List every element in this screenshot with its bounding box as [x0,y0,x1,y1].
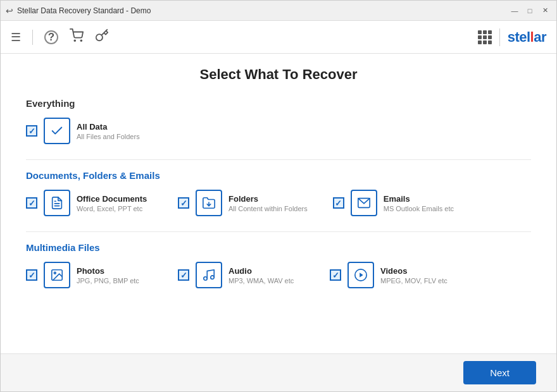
menu-bar: ☰ ? stellar [1,21,556,54]
minimize-button[interactable]: — [508,4,521,17]
videos-icon-box [347,262,374,288]
audio-text: Audio MP3, WMA, WAV etc [228,266,294,285]
checkbox-office-documents[interactable]: ✓ [26,197,37,209]
check-icon: ✓ [335,199,342,208]
separator-2 [26,231,531,232]
title-bar-controls: — □ ✕ [508,4,551,17]
item-office-documents: ✓ Office Documents Word, Excel, PPT etc [26,190,153,216]
emails-text: Emails MS Outlook Emails etc [384,194,454,212]
audio-sub: MP3, WMA, WAV etc [228,277,294,285]
checkbox-all-data[interactable]: ✓ [26,125,37,137]
footer: Next [1,353,556,391]
photos-icon-box [44,262,70,288]
help-icon[interactable]: ? [44,30,58,44]
title-bar-left: ↩ Stellar Data Recovery Standard - Demo [6,6,151,16]
check-icon: ✓ [28,271,35,280]
item-videos: ✓ Videos MPEG, MOV, FLV etc [330,262,456,288]
logo: stellar [508,29,546,46]
svg-marker-11 [360,273,363,277]
audio-icon-box [196,262,222,288]
check-icon: ✓ [180,199,187,208]
title-bar: ↩ Stellar Data Recovery Standard - Demo … [1,1,556,21]
check-icon: ✓ [180,271,187,280]
menu-left: ☰ ? [11,28,109,46]
audio-label: Audio [228,266,294,276]
section-multimedia: Multimedia Files ✓ Photos JPG, PNG, BMP … [26,242,531,288]
checkbox-videos[interactable]: ✓ [330,269,341,281]
folders-icon-box [196,190,222,216]
key-icon[interactable] [95,28,109,46]
restore-button[interactable]: □ [523,4,536,17]
separator-1 [26,159,531,160]
photos-sub: JPG, PNG, BMP etc [77,277,139,285]
office-documents-icon-box [44,190,70,216]
menu-right: stellar [478,28,546,46]
item-audio: ✓ Audio MP3, WMA, WAV etc [178,262,304,288]
videos-label: Videos [380,266,447,276]
grid-icon[interactable] [478,30,492,44]
items-row-documents: ✓ Office Documents Word, Excel, PPT etc [26,190,531,216]
svg-point-1 [80,40,82,41]
office-documents-label: Office Documents [77,194,147,204]
all-data-sub: All Files and Folders [77,133,140,140]
section-title-everything: Everything [26,98,531,109]
item-all-data: ✓ All Data All Files and Folders [26,118,153,144]
cart-icon[interactable] [70,28,84,46]
office-documents-text: Office Documents Word, Excel, PPT etc [77,194,147,212]
next-button[interactable]: Next [463,361,536,384]
videos-sub: MPEG, MOV, FLV etc [380,277,447,285]
folders-sub: All Content within Folders [228,205,308,212]
section-title-documents: Documents, Folders & Emails [26,170,531,181]
svg-point-9 [211,276,215,279]
back-icon[interactable]: ↩ [6,6,13,16]
emails-label: Emails [384,194,454,204]
item-photos: ✓ Photos JPG, PNG, BMP etc [26,262,153,288]
hamburger-icon[interactable]: ☰ [11,30,21,44]
items-row-multimedia: ✓ Photos JPG, PNG, BMP etc ✓ [26,262,531,288]
svg-point-0 [74,40,75,41]
folders-label: Folders [228,194,308,204]
office-documents-sub: Word, Excel, PPT etc [77,205,147,212]
title-bar-text: Stellar Data Recovery Standard - Demo [17,6,151,15]
page-title: Select What To Recover [26,66,531,83]
check-icon: ✓ [28,199,35,208]
all-data-label: All Data [77,122,140,132]
checkbox-audio[interactable]: ✓ [178,269,189,281]
svg-point-8 [204,277,208,281]
checkbox-emails[interactable]: ✓ [333,197,344,209]
check-icon: ✓ [332,271,339,280]
logo-divider [499,28,500,46]
all-data-icon-box [44,118,70,144]
items-row-everything: ✓ All Data All Files and Folders [26,118,531,144]
main-content: Select What To Recover Everything ✓ All … [1,54,556,353]
item-emails: ✓ Emails MS Outlook Emails etc [333,190,460,216]
checkbox-photos[interactable]: ✓ [26,269,37,281]
svg-point-7 [54,272,56,274]
section-documents: Documents, Folders & Emails ✓ [26,170,531,216]
section-title-multimedia: Multimedia Files [26,242,531,253]
videos-text: Videos MPEG, MOV, FLV etc [380,266,447,285]
photos-text: Photos JPG, PNG, BMP etc [77,266,139,285]
close-button[interactable]: ✕ [539,4,551,17]
emails-sub: MS Outlook Emails etc [384,205,454,212]
photos-label: Photos [77,266,139,276]
emails-icon-box [351,190,377,216]
checkbox-folders[interactable]: ✓ [178,197,189,209]
section-everything: Everything ✓ All Data All Files and Fold… [26,98,531,144]
item-folders: ✓ Folders All Content within Folders [178,190,308,216]
folders-text: Folders All Content within Folders [228,194,308,212]
menu-divider-1 [32,30,33,45]
all-data-text: All Data All Files and Folders [77,122,140,140]
check-icon: ✓ [28,126,35,136]
